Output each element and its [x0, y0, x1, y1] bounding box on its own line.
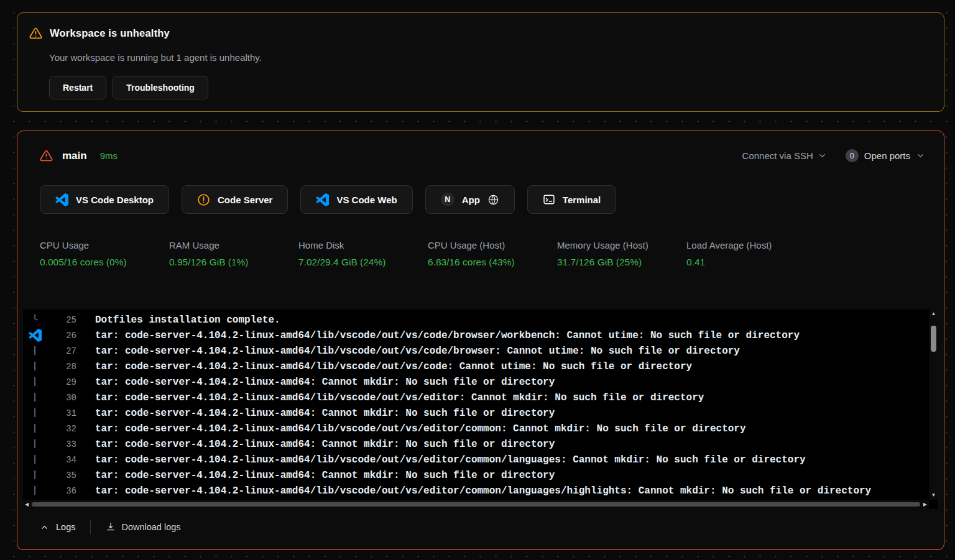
log-line: |28tar: code-server-4.104.2-linux-amd64/… — [23, 359, 929, 374]
log-line: |30tar: code-server-4.104.2-linux-amd64/… — [23, 390, 929, 405]
horizontal-scrollbar[interactable]: ◀ ▶ — [23, 500, 929, 509]
chevron-down-icon — [818, 151, 827, 160]
tree-pipe-glyph: | — [23, 454, 47, 465]
app-button-label: Terminal — [563, 195, 601, 205]
logs-toggle-label: Logs — [56, 522, 75, 532]
banner-title: Workspace is unhealthy — [50, 27, 170, 39]
logs-toggle[interactable]: Logs — [40, 522, 75, 532]
stat-ram-usage: RAM Usage0.95/126 GiB (1%) — [169, 240, 298, 268]
log-lines: └25Dotfiles installation complete.26tar:… — [23, 310, 929, 500]
log-line-text: tar: code-server-4.104.2-linux-amd64/lib… — [95, 485, 871, 497]
stat-value: 0.95/126 GiB (1%) — [169, 257, 298, 268]
vscode-icon — [23, 329, 47, 342]
stat-label: Home Disk — [298, 240, 428, 250]
tree-pipe-glyph: | — [23, 346, 47, 356]
log-line: |31tar: code-server-4.104.2-linux-amd64:… — [23, 405, 929, 421]
tree-pipe-glyph: | — [23, 361, 47, 372]
download-icon — [106, 522, 116, 532]
app-button-code-server[interactable]: Code Server — [182, 185, 288, 214]
log-line-text: tar: code-server-4.104.2-linux-amd64/lib… — [95, 392, 704, 403]
warning-triangle-icon — [29, 27, 42, 40]
download-logs-label: Download logs — [121, 522, 180, 532]
log-line: 26tar: code-server-4.104.2-linux-amd64/l… — [23, 328, 929, 343]
log-line-text: tar: code-server-4.104.2-linux-amd64: Ca… — [95, 470, 555, 481]
scroll-down-arrow[interactable]: ▼ — [930, 491, 938, 500]
stat-value: 0.41 — [686, 257, 772, 268]
log-line: |32tar: code-server-4.104.2-linux-amd64/… — [23, 421, 929, 436]
warning-triangle-icon — [40, 149, 53, 162]
log-line-text: tar: code-server-4.104.2-linux-amd64: Ca… — [95, 439, 555, 450]
scroll-left-arrow[interactable]: ◀ — [23, 500, 30, 509]
stat-cpu-usage: CPU Usage0.005/16 cores (0%) — [40, 240, 169, 268]
log-line-text: tar: code-server-4.104.2-linux-amd64: Ca… — [95, 408, 555, 419]
log-line-number: 26 — [47, 331, 76, 341]
app-button-vs-code-web[interactable]: VS Code Web — [300, 185, 412, 214]
agent-latency: 9ms — [100, 150, 118, 161]
tree-pipe-glyph: | — [23, 377, 47, 387]
log-line: └25Dotfiles installation complete. — [23, 312, 929, 328]
connect-via-ssh-label: Connect via SSH — [742, 150, 813, 161]
scroll-up-arrow[interactable]: ▲ — [930, 310, 938, 318]
stat-value: 31.7/126 GiB (25%) — [557, 257, 686, 268]
stat-label: Memory Usage (Host) — [557, 240, 686, 250]
log-line-text: tar: code-server-4.104.2-linux-amd64/lib… — [95, 361, 692, 372]
stats-row: CPU Usage0.005/16 cores (0%)RAM Usage0.9… — [17, 214, 944, 268]
app-button-terminal[interactable]: Terminal — [527, 185, 616, 214]
log-line-number: 34 — [47, 455, 76, 465]
vertical-scrollbar[interactable]: ▲ ▼ — [929, 310, 938, 500]
vertical-scrollbar-thumb[interactable] — [931, 326, 936, 352]
log-line: |33tar: code-server-4.104.2-linux-amd64:… — [23, 436, 929, 452]
tree-pipe-glyph: | — [23, 423, 47, 434]
troubleshooting-button[interactable]: Troubleshooting — [113, 76, 208, 99]
app-button-label: VS Code Web — [336, 195, 397, 205]
open-ports-dropdown[interactable]: 0 Open ports — [846, 149, 925, 162]
horizontal-scrollbar-thumb[interactable] — [32, 502, 920, 507]
stat-value: 0.005/16 cores (0%) — [40, 257, 169, 268]
panel-footer: Logs Download logs — [40, 520, 181, 535]
stat-label: CPU Usage (Host) — [428, 240, 557, 250]
vscode-icon — [55, 193, 68, 206]
stat-label: RAM Usage — [169, 240, 298, 250]
log-line-number: 28 — [47, 362, 76, 372]
tree-pipe-glyph: | — [23, 408, 47, 418]
log-line: |29tar: code-server-4.104.2-linux-amd64:… — [23, 374, 929, 390]
globe-icon — [487, 194, 499, 206]
app-button-app[interactable]: NApp — [425, 185, 515, 214]
stat-label: Load Average (Host) — [686, 240, 772, 250]
stat-memory-usage-host-: Memory Usage (Host)31.7/126 GiB (25%) — [557, 240, 686, 268]
restart-button[interactable]: Restart — [49, 76, 106, 99]
log-viewer: └25Dotfiles installation complete.26tar:… — [23, 310, 938, 509]
log-line-text: Dotfiles installation complete. — [95, 314, 280, 326]
chevron-down-icon — [916, 151, 925, 160]
log-line-number: 32 — [47, 424, 76, 434]
log-line-number: 25 — [47, 315, 76, 325]
app-button-label: Code Server — [218, 195, 272, 205]
open-ports-label: Open ports — [864, 150, 910, 161]
tree-corner-glyph: └ — [23, 314, 47, 325]
banner-message: Your workspace is running but 1 agent is… — [49, 52, 932, 63]
log-line-number: 35 — [47, 470, 76, 480]
connect-via-ssh-dropdown[interactable]: Connect via SSH — [742, 150, 827, 161]
agent-panel: main 9ms Connect via SSH 0 Open ports VS… — [17, 131, 944, 550]
stat-cpu-usage-host-: CPU Usage (Host)6.83/16 cores (43%) — [428, 240, 557, 268]
terminal-icon — [543, 193, 555, 206]
log-line-text: tar: code-server-4.104.2-linux-amd64: Ca… — [95, 377, 555, 388]
tree-pipe-glyph: | — [23, 485, 47, 496]
app-buttons-row: VS Code DesktopCode ServerVS Code WebNAp… — [17, 162, 944, 214]
workspace-unhealthy-banner: Workspace is unhealthy Your workspace is… — [17, 12, 944, 112]
log-line-number: 33 — [47, 439, 76, 449]
log-line: |34tar: code-server-4.104.2-linux-amd64/… — [23, 452, 929, 467]
letter-n-icon: N — [441, 193, 454, 206]
log-line: |35tar: code-server-4.104.2-linux-amd64:… — [23, 467, 929, 483]
download-logs-button[interactable]: Download logs — [106, 522, 180, 532]
log-line-text: tar: code-server-4.104.2-linux-amd64/lib… — [95, 330, 800, 341]
log-line: |27tar: code-server-4.104.2-linux-amd64/… — [23, 343, 929, 359]
scroll-right-arrow[interactable]: ▶ — [921, 500, 929, 509]
app-button-vs-code-desktop[interactable]: VS Code Desktop — [40, 185, 169, 214]
stat-home-disk: Home Disk7.02/29.4 GiB (24%) — [298, 240, 428, 268]
tree-pipe-glyph: | — [23, 439, 47, 449]
agent-name: main — [62, 150, 87, 162]
stat-value: 6.83/16 cores (43%) — [428, 257, 557, 268]
log-line-number: 30 — [47, 393, 76, 403]
stat-load-average-host-: Load Average (Host)0.41 — [686, 240, 772, 268]
